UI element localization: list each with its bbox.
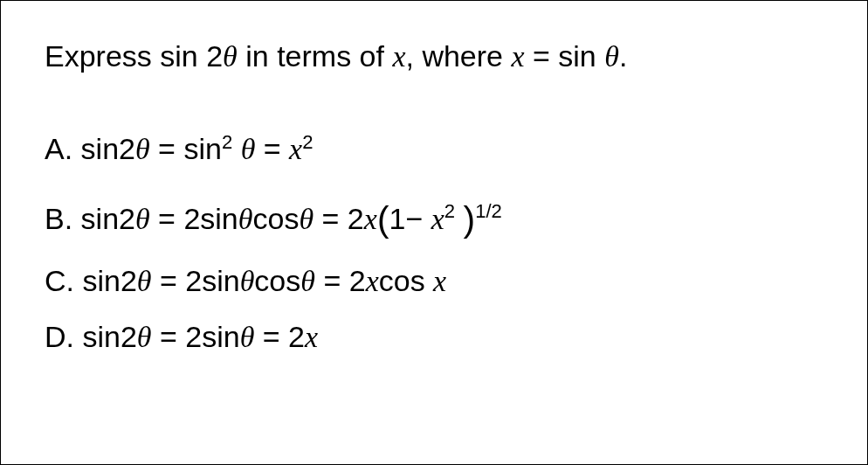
question-prefix: Express sin 2: [45, 39, 223, 73]
option-d: D. sin2θ = 2sinθ = 2x: [45, 309, 823, 365]
minus: −: [405, 202, 431, 235]
option-text: =: [255, 132, 289, 165]
theta-symbol: θ: [137, 321, 152, 353]
option-text: = 2: [313, 202, 364, 235]
space: [232, 132, 240, 165]
theta-symbol: θ: [238, 203, 253, 235]
x-var: x: [305, 321, 318, 353]
option-text: = 2sin: [152, 264, 240, 297]
question-comma: , where: [406, 39, 512, 73]
superscript: 2: [444, 201, 455, 223]
theta-symbol: θ: [240, 265, 255, 297]
option-text: sin2: [72, 202, 135, 235]
superscript: 1/2: [475, 201, 502, 223]
superscript: 2: [222, 130, 232, 152]
option-a: A. sin2θ = sin2 θ = x2: [45, 121, 823, 177]
theta-symbol: θ: [604, 40, 619, 73]
theta-symbol: θ: [135, 133, 150, 165]
space: [455, 202, 463, 235]
question-eq: = sin: [525, 39, 605, 73]
option-text: sin2: [74, 264, 137, 297]
option-text: sin2: [72, 132, 135, 165]
x-var: x: [364, 203, 377, 235]
x-var: x: [366, 265, 379, 297]
theta-symbol: θ: [137, 265, 152, 297]
option-label: C.: [45, 264, 74, 297]
rparen: ): [464, 199, 476, 239]
theta-symbol: θ: [135, 203, 150, 235]
option-text: = 2sin: [150, 202, 238, 235]
option-text: = 2: [254, 320, 305, 353]
x-var: x: [431, 203, 444, 235]
question-period: .: [619, 39, 627, 73]
x-var: x: [511, 40, 524, 73]
theta-symbol: θ: [299, 203, 313, 235]
option-label: B.: [45, 202, 72, 235]
options-list: A. sin2θ = sin2 θ = x2 B. sin2θ = 2sinθc…: [45, 121, 823, 365]
option-c: C. sin2θ = 2sinθcosθ = 2xcos x: [45, 253, 823, 309]
x-var: x: [289, 133, 302, 165]
x-var: x: [433, 265, 446, 297]
superscript: 2: [302, 130, 313, 152]
one: 1: [389, 202, 405, 235]
option-text: cos: [254, 264, 300, 297]
x-var: x: [392, 40, 405, 73]
theta-symbol: θ: [223, 40, 238, 73]
theta-symbol: θ: [240, 321, 255, 353]
lparen: (: [377, 199, 389, 239]
option-text: = 2sin: [152, 320, 240, 353]
option-label: A.: [45, 132, 72, 165]
option-text: cos: [379, 264, 433, 297]
theta-symbol: θ: [241, 133, 256, 165]
option-label: D.: [45, 320, 74, 353]
option-b: B. sin2θ = 2sinθcosθ = 2x(1− x2 )1/2: [45, 187, 823, 253]
question-mid: in terms of: [238, 39, 393, 73]
option-text: cos: [252, 202, 299, 235]
option-text: sin2: [74, 320, 137, 353]
theta-symbol: θ: [300, 265, 315, 297]
question-text: Express sin 2θ in terms of x, where x = …: [45, 36, 823, 78]
option-text: = 2: [315, 264, 366, 297]
option-text: = sin: [150, 132, 222, 165]
